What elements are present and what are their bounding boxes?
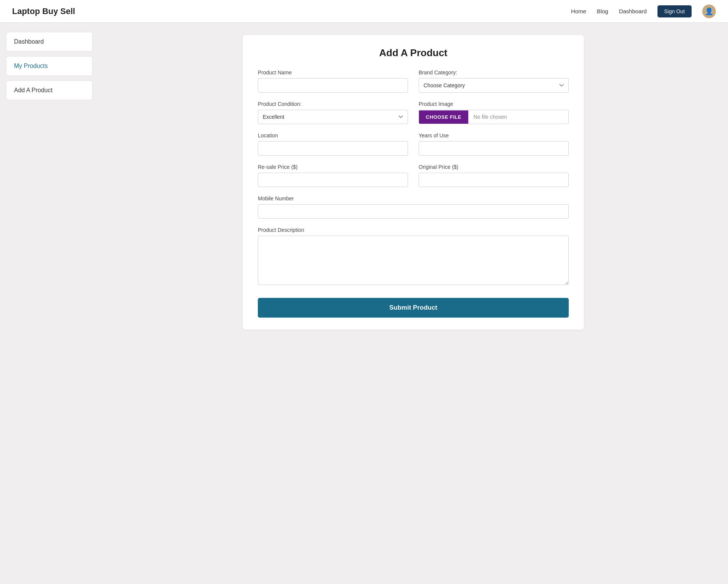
product-name-group: Product Name [258,69,408,93]
sidebar: Dashboard My Products Add A Product [0,23,99,584]
sidebar-item-add-product[interactable]: Add A Product [6,80,93,100]
file-name-display: No file chosen [468,110,513,124]
brand-logo: Laptop Buy Sell [12,6,75,16]
product-name-input[interactable] [258,78,408,93]
product-condition-group: Product Condition: Excellent Good Fair P… [258,101,408,124]
submit-product-button[interactable]: Submit Product [258,298,569,318]
years-of-use-label: Years of Use [419,132,569,139]
product-description-textarea[interactable] [258,236,569,285]
form-row-1: Product Name Brand Category: Choose Cate… [258,69,569,93]
nav-links: Home Blog Dashboard Sign Out 👤 [571,5,716,18]
product-description-group: Product Description [258,227,569,285]
signout-button[interactable]: Sign Out [657,5,692,17]
years-of-use-input[interactable] [419,141,569,156]
original-price-group: Original Price ($) [419,164,569,187]
resale-price-label: Re-sale Price ($) [258,164,408,170]
brand-category-select[interactable]: Choose Category Dell HP Lenovo Apple Asu… [419,78,569,93]
avatar[interactable]: 👤 [702,5,716,18]
location-input[interactable] [258,141,408,156]
location-label: Location [258,132,408,139]
product-image-group: Product Image CHOOSE FILE No file chosen [419,101,569,124]
brand-category-group: Brand Category: Choose Category Dell HP … [419,69,569,93]
original-price-label: Original Price ($) [419,164,569,170]
page-layout: Dashboard My Products Add A Product Add … [0,23,728,584]
resale-price-group: Re-sale Price ($) [258,164,408,187]
mobile-number-label: Mobile Number [258,195,569,201]
resale-price-input[interactable] [258,173,408,187]
navbar: Laptop Buy Sell Home Blog Dashboard Sign… [0,0,728,23]
file-input-wrapper: CHOOSE FILE No file chosen [419,110,569,124]
sidebar-item-my-products[interactable]: My Products [6,56,93,76]
product-condition-label: Product Condition: [258,101,408,107]
brand-category-label: Brand Category: [419,69,569,76]
add-product-card: Add A Product Product Name Brand Categor… [243,35,584,330]
form-row-2: Product Condition: Excellent Good Fair P… [258,101,569,124]
original-price-input[interactable] [419,173,569,187]
product-name-label: Product Name [258,69,408,76]
main-content: Add A Product Product Name Brand Categor… [99,23,728,584]
sidebar-item-dashboard[interactable]: Dashboard [6,32,93,52]
form-row-5: Mobile Number [258,195,569,219]
mobile-number-input[interactable] [258,204,569,219]
form-row-4: Re-sale Price ($) Original Price ($) [258,164,569,187]
mobile-number-group: Mobile Number [258,195,569,219]
product-condition-select[interactable]: Excellent Good Fair Poor [258,110,408,124]
nav-dashboard[interactable]: Dashboard [619,8,646,14]
location-group: Location [258,132,408,156]
product-description-label: Product Description [258,227,569,233]
form-row-6: Product Description [258,227,569,285]
form-row-3: Location Years of Use [258,132,569,156]
form-title: Add A Product [258,47,569,59]
nav-home[interactable]: Home [571,8,586,14]
nav-blog[interactable]: Blog [597,8,608,14]
choose-file-button[interactable]: CHOOSE FILE [419,110,468,124]
product-image-label: Product Image [419,101,569,107]
years-of-use-group: Years of Use [419,132,569,156]
